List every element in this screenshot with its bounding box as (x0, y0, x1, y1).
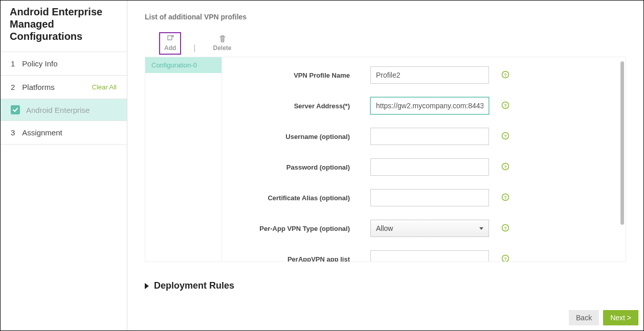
label-server-address: Server Address(*) (232, 102, 370, 110)
scrollbar-thumb[interactable] (620, 61, 624, 225)
row-vpn-profile-name: VPN Profile Name ? (232, 66, 595, 84)
nav-index: 1 (11, 59, 15, 68)
input-username[interactable] (370, 128, 489, 145)
input-vpn-profile-name[interactable] (370, 66, 489, 84)
label-per-app-vpn-type: Per-App VPN Type (optional) (232, 225, 370, 232)
back-button[interactable]: Back (569, 310, 599, 325)
chevron-down-icon (479, 227, 483, 230)
nav-label: Assignment (22, 128, 62, 137)
section-heading: List of additional VPN profiles (145, 13, 626, 21)
nav-policy-info[interactable]: 1 Policy Info (1, 52, 127, 76)
add-button-label: Add (164, 44, 176, 52)
input-server-address[interactable] (370, 97, 489, 114)
svg-text:?: ? (504, 133, 507, 138)
label-username: Username (optional) (232, 133, 370, 140)
trash-icon (219, 35, 226, 42)
footer-buttons: Back Next > (569, 310, 638, 325)
input-password[interactable] (370, 158, 489, 176)
config-panel: Configuration-0 VPN Profile Name ? Serve… (145, 57, 626, 262)
add-button[interactable]: Add (159, 32, 181, 55)
nav-label: Policy Info (22, 59, 57, 68)
nav-label: Platforms (22, 83, 54, 91)
label-cert-alias: Certificate Alias (optional) (232, 194, 370, 202)
delete-button[interactable]: Delete (208, 32, 236, 55)
clear-all-link[interactable]: Clear All (92, 83, 117, 91)
nav-index: 2 (11, 83, 15, 91)
help-icon[interactable]: ? (501, 70, 509, 80)
help-icon[interactable]: ? (501, 101, 509, 111)
toolbar: Add | Delete (159, 32, 626, 55)
row-server-address: Server Address(*) ? (232, 97, 595, 114)
svg-text:?: ? (504, 103, 507, 108)
label-vpn-profile-name: VPN Profile Name (232, 72, 370, 79)
config-list: Configuration-0 (145, 57, 222, 262)
row-password: Password (optional) ? (232, 158, 595, 176)
help-icon[interactable]: ? (501, 254, 509, 262)
main-content: List of additional VPN profiles Add | De… (127, 1, 643, 330)
page-title: Android Enterprise Managed Configuration… (1, 1, 127, 52)
nav-assignment[interactable]: 3 Assignment (1, 121, 127, 145)
row-per-app-vpn-list: PerAppVPN app list ? (232, 250, 595, 262)
select-per-app-vpn-type[interactable]: Allow (370, 220, 489, 237)
nav-platforms[interactable]: 2 Platforms Clear All (1, 76, 127, 99)
input-cert-alias[interactable] (370, 189, 489, 206)
label-per-app-vpn-list: PerAppVPN app list (232, 255, 370, 262)
deployment-rules-title: Deployment Rules (154, 280, 234, 291)
subnav-label: Android Enterprise (26, 106, 90, 114)
help-icon[interactable]: ? (501, 224, 509, 233)
row-per-app-vpn-type: Per-App VPN Type (optional) Allow ? (232, 220, 595, 237)
sidebar: Android Enterprise Managed Configuration… (1, 1, 127, 330)
help-icon[interactable]: ? (501, 193, 509, 203)
deployment-rules-toggle[interactable]: Deployment Rules (145, 280, 626, 291)
next-button[interactable]: Next > (603, 310, 638, 325)
svg-text:?: ? (504, 164, 507, 169)
delete-button-label: Delete (213, 44, 231, 52)
caret-right-icon (145, 283, 149, 289)
select-value: Allow (376, 224, 393, 232)
toolbar-separator: | (181, 43, 208, 55)
config-form: VPN Profile Name ? Server Address(*) ? U… (222, 57, 626, 262)
svg-text:?: ? (504, 72, 507, 77)
row-cert-alias: Certificate Alias (optional) ? (232, 189, 595, 206)
svg-text:?: ? (504, 225, 507, 230)
row-username: Username (optional) ? (232, 128, 595, 145)
help-icon[interactable]: ? (501, 132, 509, 141)
svg-text:?: ? (504, 256, 507, 261)
svg-text:?: ? (504, 195, 507, 200)
subnav-android-enterprise[interactable]: Android Enterprise (1, 99, 127, 121)
label-password: Password (optional) (232, 163, 370, 171)
nav-index: 3 (11, 128, 15, 137)
add-icon (166, 35, 174, 42)
checkbox-checked-icon (11, 105, 20, 114)
config-tab[interactable]: Configuration-0 (145, 57, 221, 73)
help-icon[interactable]: ? (501, 162, 509, 172)
input-per-app-vpn-list[interactable] (370, 250, 489, 262)
